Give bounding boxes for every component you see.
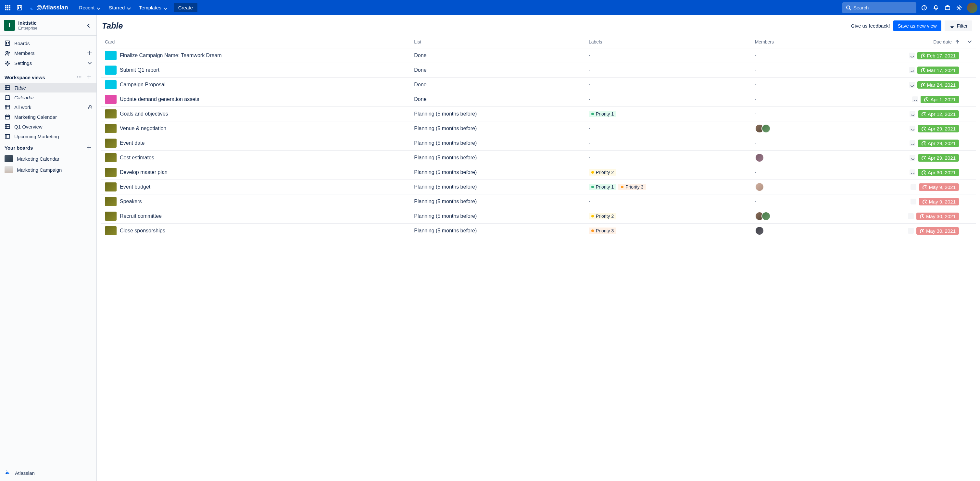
due-date-badge[interactable]: Apr 1, 2021	[921, 96, 959, 103]
members-cell[interactable]: ·	[751, 48, 817, 63]
due-date-badge[interactable]: Apr 29, 2021	[918, 154, 959, 162]
due-date-badge[interactable]: Mar 24, 2021	[917, 81, 959, 89]
labels-cell[interactable]: ·	[585, 78, 751, 92]
info-icon[interactable]	[919, 3, 929, 13]
column-menu[interactable]	[963, 35, 976, 48]
members-cell[interactable]	[751, 224, 817, 238]
member-avatar[interactable]	[762, 124, 770, 133]
due-complete-checkbox[interactable]	[910, 140, 915, 146]
column-members[interactable]: Members	[751, 35, 817, 48]
members-cell[interactable]: ·	[751, 78, 817, 92]
label-pill[interactable]: Priority 1	[589, 111, 616, 117]
sidebar-footer[interactable]: Atlassian	[0, 465, 97, 481]
members-cell[interactable]: ·	[751, 165, 817, 180]
due-date-badge[interactable]: May 9, 2021	[919, 183, 959, 191]
table-row[interactable]: Event budgetPlanning (5 months before)Pr…	[101, 180, 976, 194]
due-complete-checkbox[interactable]	[910, 198, 916, 205]
table-row[interactable]: Close sponsorshipsPlanning (5 months bef…	[101, 224, 976, 238]
table-row[interactable]: Submit Q1 reportDone·· Mar 17, 2021	[101, 63, 976, 78]
due-date-badge[interactable]: May 9, 2021	[919, 198, 959, 205]
table-row[interactable]: Cost estimatesPlanning (5 months before)…	[101, 151, 976, 165]
create-button[interactable]: Create	[174, 3, 197, 12]
labels-cell[interactable]: Priority 1Priority 3	[585, 180, 751, 194]
members-cell[interactable]: ·	[751, 107, 817, 121]
due-complete-checkbox[interactable]	[912, 97, 918, 102]
table-row[interactable]: Campaign ProposalDone·· Mar 24, 2021	[101, 78, 976, 92]
table-row[interactable]: Develop master planPlanning (5 months be…	[101, 165, 976, 180]
members-cell[interactable]	[751, 151, 817, 165]
labels-cell[interactable]: ·	[585, 194, 751, 209]
due-complete-checkbox[interactable]	[909, 82, 915, 87]
view-item[interactable]: All work	[0, 102, 97, 112]
due-date-badge[interactable]: Apr 12, 2021	[918, 110, 959, 118]
chevron-down-icon[interactable]	[87, 60, 92, 66]
plus-icon[interactable]	[87, 50, 92, 56]
user-avatar[interactable]	[967, 3, 977, 13]
sidebar-item-members[interactable]: Members	[0, 48, 97, 58]
table-row[interactable]: Event datePlanning (5 months before)·· A…	[101, 136, 976, 151]
labels-cell[interactable]: Priority 1	[585, 107, 751, 121]
collapse-sidebar-icon[interactable]	[84, 21, 92, 30]
view-item[interactable]: Marketing Calendar	[0, 112, 97, 122]
members-cell[interactable]	[751, 209, 817, 224]
labels-cell[interactable]: Priority 2	[585, 209, 751, 224]
boards-add-icon[interactable]	[86, 144, 92, 151]
members-cell[interactable]: ·	[751, 92, 817, 107]
view-item[interactable]: Q1 Overview	[0, 122, 97, 132]
members-cell[interactable]: ·	[751, 136, 817, 151]
due-complete-checkbox[interactable]	[910, 111, 915, 117]
labels-cell[interactable]: ·	[585, 121, 751, 136]
label-pill[interactable]: Priority 2	[589, 213, 616, 219]
views-more-icon[interactable]	[76, 74, 82, 81]
labels-cell[interactable]: Priority 2	[585, 165, 751, 180]
table-row[interactable]: SpeakersPlanning (5 months before)·· May…	[101, 194, 976, 209]
table-row[interactable]: Update demand generation assetsDone·· Ap…	[101, 92, 976, 107]
due-complete-checkbox[interactable]	[910, 125, 915, 132]
label-pill[interactable]: Priority 3	[589, 227, 616, 234]
board-item[interactable]: Marketing Calendar	[0, 153, 97, 164]
workspace-header[interactable]: I Inktistic Enterprise	[0, 15, 97, 36]
labels-cell[interactable]: ·	[585, 63, 751, 78]
settings-icon[interactable]	[954, 3, 964, 13]
app-switcher-icon[interactable]	[3, 3, 13, 13]
home-icon[interactable]	[14, 3, 25, 13]
search-input[interactable]	[842, 2, 916, 13]
nav-item-starred[interactable]: Starred	[105, 3, 134, 12]
due-date-badge[interactable]: Feb 17, 2021	[917, 52, 959, 59]
due-date-badge[interactable]: Apr 29, 2021	[918, 125, 959, 132]
member-avatar[interactable]	[755, 226, 764, 235]
due-date-badge[interactable]: Apr 29, 2021	[918, 140, 959, 147]
due-date-badge[interactable]: May 30, 2021	[916, 213, 959, 220]
notifications-icon[interactable]	[931, 3, 941, 13]
search-field[interactable]	[853, 5, 913, 10]
column-card[interactable]: Card	[101, 35, 410, 48]
brand-logo[interactable]: @Atlassian	[26, 4, 70, 11]
members-cell[interactable]	[751, 180, 817, 194]
label-pill[interactable]: Priority 1	[589, 184, 616, 190]
board-item[interactable]: Marketing Campaign	[0, 164, 97, 175]
label-pill[interactable]: Priority 2	[589, 169, 616, 176]
labels-cell[interactable]: ·	[585, 136, 751, 151]
labels-cell[interactable]: Priority 3	[585, 224, 751, 238]
views-add-icon[interactable]	[86, 74, 92, 81]
due-date-badge[interactable]: May 30, 2021	[916, 227, 959, 235]
nav-item-templates[interactable]: Templates	[136, 3, 170, 12]
feedback-link[interactable]: Give us feedback!	[851, 23, 890, 29]
due-complete-checkbox[interactable]	[908, 213, 914, 219]
due-complete-checkbox[interactable]	[910, 170, 915, 175]
members-cell[interactable]: ·	[751, 63, 817, 78]
table-row[interactable]: Recruit committeePlanning (5 months befo…	[101, 209, 976, 224]
due-complete-checkbox[interactable]	[910, 184, 916, 190]
table-row[interactable]: Goals and objectivesPlanning (5 months b…	[101, 107, 976, 121]
member-avatar[interactable]	[762, 212, 770, 221]
label-pill[interactable]: Priority 3	[618, 184, 646, 190]
labels-cell[interactable]: ·	[585, 151, 751, 165]
member-avatar[interactable]	[755, 183, 764, 192]
nav-item-recent[interactable]: Recent	[76, 3, 104, 12]
due-complete-checkbox[interactable]	[909, 67, 915, 73]
table-row[interactable]: Venue & negotiationPlanning (5 months be…	[101, 121, 976, 136]
due-complete-checkbox[interactable]	[909, 52, 915, 59]
view-item[interactable]: Table	[0, 83, 97, 92]
column-list[interactable]: List	[410, 35, 585, 48]
save-view-button[interactable]: Save as new view	[893, 21, 941, 31]
